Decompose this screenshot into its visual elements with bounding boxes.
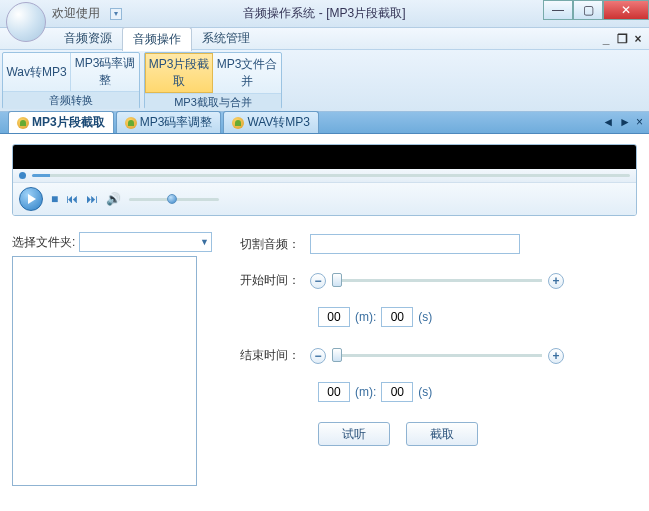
- tab-label: MP3片段截取: [32, 114, 105, 131]
- prev-track-icon[interactable]: ⏮: [66, 192, 78, 206]
- tab-wav-to-mp3[interactable]: WAV转MP3: [223, 111, 319, 133]
- quick-dropdown[interactable]: ▾: [110, 8, 122, 20]
- start-decrement-button[interactable]: −: [310, 273, 326, 289]
- tab-label: MP3码率调整: [140, 114, 213, 131]
- ribbon-group-cut-label: MP3截取与合并: [145, 93, 281, 111]
- ribbon-mp3-merge[interactable]: MP3文件合并: [213, 53, 281, 93]
- audio-file-icon: [232, 117, 244, 129]
- chevron-down-icon: ▼: [200, 237, 209, 247]
- start-time-label: 开始时间：: [240, 272, 310, 289]
- content-panel: ■ ⏮ ⏭ 🔊 选择文件夹: ▼ 切割音频： 开始时间： −: [0, 134, 649, 511]
- cut-audio-label: 切割音频：: [240, 236, 310, 253]
- end-seconds-input[interactable]: [381, 382, 413, 402]
- play-button[interactable]: [19, 187, 43, 211]
- title-bar: 欢迎使用 ▾ 音频操作系统 - [MP3片段截取] — ▢ ✕: [0, 0, 649, 28]
- main-menu: 音频资源 音频操作 系统管理 _ ❐ ×: [0, 28, 649, 50]
- tab-next-icon[interactable]: ►: [619, 115, 631, 129]
- window-title: 音频操作系统 - [MP3片段截取]: [243, 5, 405, 22]
- ribbon-group-convert-label: 音频转换: [3, 91, 139, 109]
- tab-label: WAV转MP3: [247, 114, 310, 131]
- mdi-minimize-icon[interactable]: _: [601, 34, 611, 44]
- progress-dot-icon: [19, 172, 26, 179]
- ribbon-mp3-bitrate[interactable]: MP3码率调整: [71, 53, 139, 91]
- slider-thumb[interactable]: [332, 273, 342, 287]
- minutes-unit: (m):: [355, 385, 376, 399]
- player-controls: ■ ⏮ ⏭ 🔊: [13, 182, 636, 215]
- stop-icon[interactable]: ■: [51, 192, 58, 206]
- ribbon-group-cut: MP3片段截取 MP3文件合并 MP3截取与合并: [144, 52, 282, 109]
- menu-system-management[interactable]: 系统管理: [192, 27, 260, 50]
- cut-audio-input[interactable]: [310, 234, 520, 254]
- menu-audio-operation[interactable]: 音频操作: [122, 27, 192, 51]
- app-orb-icon[interactable]: [6, 2, 46, 42]
- maximize-button[interactable]: ▢: [573, 0, 603, 20]
- next-track-icon[interactable]: ⏭: [86, 192, 98, 206]
- start-increment-button[interactable]: +: [548, 273, 564, 289]
- folder-label: 选择文件夹:: [12, 234, 75, 251]
- ribbon-wav-to-mp3[interactable]: Wav转MP3: [3, 53, 71, 91]
- close-button[interactable]: ✕: [603, 0, 649, 20]
- document-tabs: MP3片段截取 MP3码率调整 WAV转MP3 ◄ ► ×: [0, 112, 649, 134]
- file-listbox[interactable]: [12, 256, 197, 486]
- start-minutes-input[interactable]: [318, 307, 350, 327]
- progress-track[interactable]: [32, 174, 630, 177]
- volume-icon[interactable]: 🔊: [106, 192, 121, 206]
- volume-slider[interactable]: [129, 198, 219, 201]
- end-time-slider[interactable]: [332, 354, 542, 357]
- mdi-restore-icon[interactable]: ❐: [617, 34, 627, 44]
- ribbon: Wav转MP3 MP3码率调整 音频转换 MP3片段截取 MP3文件合并 MP3…: [0, 50, 649, 112]
- cut-button[interactable]: 截取: [406, 422, 478, 446]
- player-screen: [13, 145, 636, 169]
- seconds-unit: (s): [418, 310, 432, 324]
- ribbon-group-convert: Wav转MP3 MP3码率调整 音频转换: [2, 52, 140, 109]
- start-seconds-input[interactable]: [381, 307, 413, 327]
- end-increment-button[interactable]: +: [548, 348, 564, 364]
- minutes-unit: (m):: [355, 310, 376, 324]
- mdi-close-icon[interactable]: ×: [633, 34, 643, 44]
- end-minutes-input[interactable]: [318, 382, 350, 402]
- welcome-text: 欢迎使用: [52, 5, 100, 22]
- end-time-label: 结束时间：: [240, 347, 310, 364]
- folder-combobox[interactable]: ▼: [79, 232, 212, 252]
- seconds-unit: (s): [418, 385, 432, 399]
- audio-player: ■ ⏮ ⏭ 🔊: [12, 144, 637, 216]
- start-time-slider[interactable]: [332, 279, 542, 282]
- volume-thumb[interactable]: [167, 194, 177, 204]
- end-decrement-button[interactable]: −: [310, 348, 326, 364]
- ribbon-mp3-cut[interactable]: MP3片段截取: [145, 53, 213, 93]
- menu-audio-resource[interactable]: 音频资源: [54, 27, 122, 50]
- minimize-button[interactable]: —: [543, 0, 573, 20]
- tab-mp3-bitrate[interactable]: MP3码率调整: [116, 111, 222, 133]
- tab-close-icon[interactable]: ×: [636, 115, 643, 129]
- tab-prev-icon[interactable]: ◄: [602, 115, 614, 129]
- progress-bar[interactable]: [13, 169, 636, 182]
- audio-file-icon: [17, 117, 29, 129]
- slider-thumb[interactable]: [332, 348, 342, 362]
- tab-mp3-cut[interactable]: MP3片段截取: [8, 111, 114, 133]
- audio-file-icon: [125, 117, 137, 129]
- preview-button[interactable]: 试听: [318, 422, 390, 446]
